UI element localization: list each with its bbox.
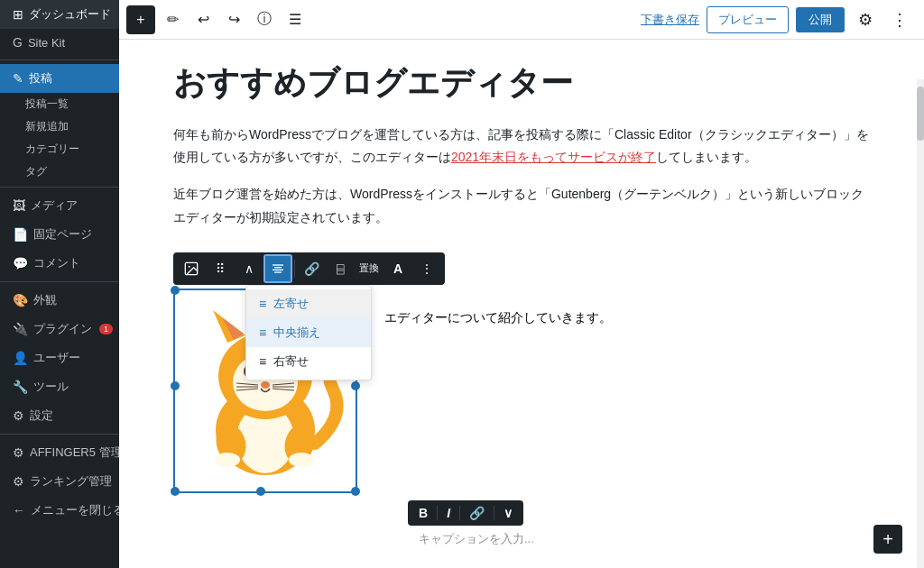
sidebar-divider-3	[0, 281, 119, 282]
sidebar-item-users[interactable]: 👤 ユーザー	[0, 344, 119, 372]
settings-icon: ⚙	[13, 408, 24, 423]
sidebar-item-dashboard[interactable]: ⊞ ダッシュボード	[0, 0, 119, 29]
align-center-option[interactable]: ≡ 中央揃え	[246, 318, 371, 347]
caption-dropdown-btn[interactable]: ∨	[500, 504, 516, 522]
sidebar-item-plugins[interactable]: 🔌 プラグイン 1	[0, 315, 119, 344]
pencil-button[interactable]: ✏	[159, 6, 186, 33]
caption-divider-3	[494, 506, 494, 520]
align-left-label: 左寄せ	[273, 296, 309, 312]
info-button[interactable]: ⓘ	[251, 6, 278, 33]
sidebar: ⊞ ダッシュボード G Site Kit ✎ 投稿 投稿一覧 新規追加 カテゴリ…	[0, 0, 119, 568]
align-right-icon: ≡	[259, 354, 266, 369]
sidebar-item-close-menu[interactable]: ← メニューを閉じる	[0, 496, 119, 525]
toolbar-text-btn[interactable]: A	[383, 254, 412, 283]
sidebar-item-posts[interactable]: ✎ 投稿	[0, 64, 119, 93]
paragraph-1: 何年も前からWordPressでブログを運営している方は、記事を投稿する際に「C…	[173, 124, 870, 169]
sidebar-item-close-menu-label: メニューを閉じる	[31, 502, 119, 518]
sidebar-item-posts-label: 投稿	[29, 70, 52, 87]
redo-button[interactable]: ↪	[220, 6, 247, 33]
sidebar-item-appearance[interactable]: 🎨 外観	[0, 286, 119, 315]
caption-divider-2	[459, 506, 460, 520]
undo-button[interactable]: ↩	[189, 6, 217, 33]
sidebar-item-tools[interactable]: 🔧 ツール	[0, 372, 119, 401]
caption-italic-btn[interactable]: I	[443, 504, 454, 522]
toolbar-more-btn[interactable]: ⋮	[412, 254, 441, 283]
sidebar-sub-new-post[interactable]: 新規追加	[0, 115, 119, 138]
resize-handle-mid-left[interactable]	[171, 381, 180, 390]
more-options-button[interactable]: ⋮	[886, 6, 913, 33]
sidebar-divider-4	[0, 434, 119, 435]
caption-divider-1	[437, 506, 438, 520]
sidebar-item-plugins-label: プラグイン	[33, 321, 92, 337]
sidebar-sub-posts-list[interactable]: 投稿一覧	[0, 93, 119, 115]
sidebar-item-settings-label: 設定	[30, 408, 53, 424]
svg-point-27	[215, 453, 240, 467]
resize-handle-mid-bottom[interactable]	[256, 487, 265, 496]
sidebar-item-media[interactable]: 🖼 メディア	[0, 191, 119, 220]
resize-handle-bottom-right[interactable]	[351, 487, 360, 496]
sidebar-item-sitekit-label: Site Kit	[28, 36, 65, 50]
draft-save-button[interactable]: 下書き保存	[641, 12, 699, 28]
caption-bold-btn[interactable]: B	[415, 504, 431, 522]
sidebar-item-settings[interactable]: ⚙ 設定	[0, 401, 119, 430]
align-left-option[interactable]: ≡ 左寄せ	[246, 289, 371, 318]
sidebar-item-sitekit[interactable]: G Site Kit	[0, 29, 119, 56]
sidebar-item-comments-label: コメント	[33, 255, 80, 271]
sidebar-item-ranking[interactable]: ⚙ ランキング管理	[0, 467, 119, 496]
details-button[interactable]: ☰	[282, 6, 309, 33]
plugins-icon: 🔌	[13, 322, 28, 336]
add-block-bottom-button[interactable]: +	[873, 525, 902, 554]
sidebar-sub-tags[interactable]: タグ	[0, 160, 119, 183]
preview-button[interactable]: プレビュー	[707, 6, 789, 33]
add-block-button[interactable]: +	[126, 5, 155, 34]
editor-area[interactable]: おすすめブログエディター 何年も前からWordPressでブログを運営している方…	[119, 40, 924, 568]
affinger-icon: ⚙	[13, 445, 24, 460]
dashboard-icon: ⊞	[13, 7, 23, 22]
align-left-icon: ≡	[259, 297, 266, 311]
caption-placeholder[interactable]: キャプションを入力...	[417, 531, 870, 547]
sitekit-icon: G	[13, 35, 23, 50]
sidebar-item-comments[interactable]: 💬 コメント	[0, 249, 119, 278]
editor-title[interactable]: おすすめブログエディター	[173, 61, 870, 105]
media-icon: 🖼	[13, 198, 25, 213]
highlight-text: 2021年末日をもってサービスが終了	[451, 150, 656, 164]
scrollbar-thumb[interactable]	[917, 87, 924, 141]
users-icon: 👤	[13, 351, 28, 365]
publish-button[interactable]: 公開	[796, 7, 845, 32]
toolbar-link-btn[interactable]: 🔗	[297, 254, 326, 283]
toolbar-up-btn[interactable]: ∧	[235, 254, 263, 283]
align-right-label: 右寄せ	[273, 353, 309, 370]
alignment-dropdown: ≡ 左寄せ ≡ 中央揃え ≡ 右寄せ	[245, 285, 372, 380]
resize-handle-top-left[interactable]	[171, 286, 180, 295]
sidebar-sub-categories[interactable]: カテゴリー	[0, 138, 119, 160]
svg-point-28	[289, 453, 314, 467]
sidebar-item-pages[interactable]: 📄 固定ページ	[0, 220, 119, 249]
toolbar-drag-handle[interactable]: ⠿	[206, 254, 235, 283]
svg-point-18	[261, 381, 270, 389]
toolbar-divider	[294, 260, 295, 278]
sidebar-item-pages-label: 固定ページ	[33, 226, 92, 243]
editor-settings-button[interactable]: ⚙	[852, 6, 879, 33]
sidebar-item-ranking-label: ランキング管理	[30, 473, 112, 490]
sidebar-divider-1	[0, 60, 119, 60]
toolbar-image-icon[interactable]	[177, 254, 206, 283]
main-content: + ✏ ↩ ↪ ⓘ ☰ 下書き保存 プレビュー 公開 ⚙ ⋮ おすすめブログエデ…	[119, 0, 924, 568]
toolbar-align-center-btn[interactable]	[263, 254, 292, 283]
align-right-option[interactable]: ≡ 右寄せ	[246, 347, 371, 376]
intro-text: エディターについて紹介していきます。	[384, 307, 612, 329]
caption-toolbar: B I 🔗 ∨	[408, 500, 523, 526]
sidebar-item-media-label: メディア	[31, 197, 78, 214]
sidebar-divider-2	[0, 187, 119, 188]
toolbar-replace-btn[interactable]: 置換	[355, 254, 383, 283]
resize-handle-mid-right[interactable]	[351, 381, 360, 390]
posts-icon: ✎	[13, 71, 23, 86]
plugins-badge: 1	[99, 324, 113, 334]
sidebar-item-affinger[interactable]: ⚙ AFFINGER5 管理	[0, 438, 119, 467]
sidebar-item-appearance-label: 外観	[33, 292, 57, 308]
toolbar-crop-btn[interactable]: ⌸	[326, 254, 355, 283]
caption-link-btn[interactable]: 🔗	[466, 504, 488, 522]
resize-handle-bottom-left[interactable]	[171, 487, 180, 496]
image-block: ⠿ ∧ 🔗 ⌸ 置換 A ⋮ ≡ 左寄せ ≡ 中	[173, 252, 870, 547]
sidebar-item-affinger-label: AFFINGER5 管理	[30, 444, 119, 461]
tools-icon: 🔧	[13, 380, 28, 394]
